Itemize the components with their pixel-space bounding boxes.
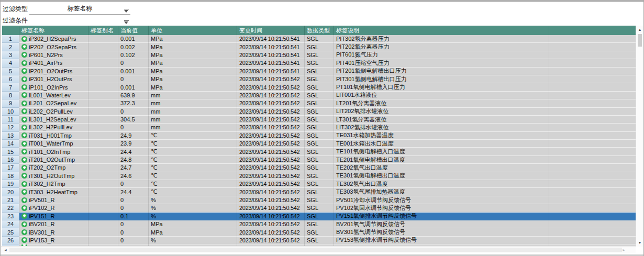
row-number-cell[interactable]: 1 bbox=[2, 35, 19, 43]
unit-cell[interactable]: mm bbox=[149, 116, 237, 124]
data-type-cell[interactable]: SGL bbox=[305, 132, 334, 140]
current-value-cell[interactable]: 24.8 bbox=[118, 156, 149, 164]
table-row[interactable]: 23 iPV151_R 0.1 % 2023/09/14 10:21:50.54… bbox=[2, 213, 637, 220]
data-type-cell[interactable]: SGL bbox=[305, 124, 334, 131]
row-number-cell[interactable]: 16 bbox=[2, 156, 19, 164]
current-value-cell[interactable]: 0.001 bbox=[118, 68, 149, 75]
vertical-scrollbar-thumb[interactable] bbox=[638, 34, 642, 47]
unit-cell[interactable]: MPa bbox=[149, 220, 237, 228]
change-time-cell[interactable]: 2023/09/14 10:21:50.541 bbox=[237, 35, 305, 43]
tag-description-cell[interactable]: TE302氢气出口温度 bbox=[334, 180, 549, 188]
current-value-cell[interactable]: 0 bbox=[118, 204, 149, 212]
current-value-cell[interactable]: 24.4 bbox=[118, 148, 149, 155]
tag-alias-cell[interactable] bbox=[88, 108, 118, 116]
data-type-cell[interactable]: SGL bbox=[305, 172, 334, 180]
tag-name-cell[interactable]: iT101_O2InTmp bbox=[19, 148, 88, 155]
unit-cell[interactable]: ℃ bbox=[149, 172, 237, 180]
current-value-cell[interactable]: 24.4 bbox=[118, 188, 149, 196]
unit-cell[interactable]: ℃ bbox=[149, 164, 237, 172]
data-type-cell[interactable]: SGL bbox=[305, 204, 334, 212]
tag-description-cell[interactable]: LIT001水箱液位 bbox=[334, 92, 549, 99]
change-time-cell[interactable]: 2023/09/14 10:21:50.542 bbox=[237, 220, 305, 228]
table-row[interactable]: 4 iP401_AirPrs 0 MPa 2023/09/14 10:21:50… bbox=[2, 59, 637, 67]
unit-cell[interactable]: mm bbox=[149, 92, 237, 99]
current-value-cell[interactable]: 0 bbox=[118, 237, 149, 244]
current-value-cell[interactable]: 0.102 bbox=[118, 51, 149, 59]
table-row[interactable]: 5 iP201_O2OutPrs 0.001 MPa 2023/09/14 10… bbox=[2, 68, 637, 75]
data-type-cell[interactable]: SGL bbox=[305, 35, 334, 43]
unit-cell[interactable]: MPa bbox=[149, 59, 237, 67]
tag-description-cell[interactable]: PIT302氢分离器压力 bbox=[334, 35, 549, 43]
change-time-cell[interactable]: 2023/09/14 10:21:50.542 bbox=[237, 213, 305, 220]
unit-cell[interactable]: ℃ bbox=[149, 148, 237, 155]
change-time-cell[interactable]: 2023/09/14 10:21:50.541 bbox=[237, 51, 305, 59]
unit-cell[interactable]: MPa bbox=[149, 75, 237, 83]
chevron-down-icon[interactable] bbox=[124, 9, 129, 13]
tag-description-cell[interactable]: PV501冷却水调节阀反馈信号 bbox=[334, 196, 549, 204]
header-tag-name[interactable]: 标签名称 bbox=[19, 26, 88, 35]
table-row[interactable]: 9 iL201_O2SepaLev 372.3 mm 2023/09/14 10… bbox=[2, 99, 637, 107]
current-value-cell[interactable]: 0 bbox=[118, 108, 149, 116]
tag-description-cell[interactable]: PV153氢侧排水调节阀反馈信号 bbox=[334, 237, 549, 244]
tag-description-cell[interactable]: TE201氧侧电解槽出口温度 bbox=[334, 156, 549, 164]
tag-alias-cell[interactable] bbox=[88, 180, 118, 188]
tag-description-cell[interactable]: TE031水箱加热器温度 bbox=[334, 132, 549, 140]
tag-alias-cell[interactable] bbox=[88, 196, 118, 204]
change-time-cell[interactable]: 2023/09/14 10:21:50.542 bbox=[237, 132, 305, 140]
row-number-cell[interactable]: 12 bbox=[2, 124, 19, 131]
tag-name-cell[interactable]: iL001_WaterLev bbox=[19, 92, 88, 99]
header-change-time[interactable]: 变更时间 bbox=[237, 26, 305, 35]
change-time-cell[interactable]: 2023/09/14 10:21:50.542 bbox=[237, 228, 305, 236]
unit-cell[interactable]: % bbox=[149, 213, 237, 220]
data-type-cell[interactable]: SGL bbox=[305, 68, 334, 75]
row-number-cell[interactable]: 25 bbox=[2, 228, 19, 236]
tag-name-cell[interactable]: iL201_O2SepaLev bbox=[19, 99, 88, 107]
current-value-cell[interactable]: 0 bbox=[118, 180, 149, 188]
data-type-cell[interactable]: SGL bbox=[305, 180, 334, 188]
tag-name-cell[interactable]: iP601_N2Prs bbox=[19, 51, 88, 59]
header-tag-description[interactable]: 标签说明 bbox=[334, 26, 549, 35]
row-number-cell[interactable]: 17 bbox=[2, 164, 19, 172]
data-type-cell[interactable]: SGL bbox=[305, 196, 334, 204]
tag-description-cell[interactable]: LT301氢分离器液位 bbox=[334, 116, 549, 124]
row-number-cell[interactable]: 15 bbox=[2, 148, 19, 155]
row-number-cell[interactable]: 7 bbox=[2, 83, 19, 91]
tag-name-cell[interactable]: iL202_O2PullLev bbox=[19, 108, 88, 116]
table-row[interactable]: 10 iL202_O2PullLev 0 mm 2023/09/14 10:21… bbox=[2, 108, 637, 116]
vertical-scrollbar[interactable]: ▲ ▼ bbox=[636, 26, 643, 247]
unit-cell[interactable]: MPa bbox=[149, 83, 237, 91]
tag-name-cell[interactable]: iP202_O2SepaPrs bbox=[19, 43, 88, 51]
tag-description-cell[interactable]: PT101氧侧电解槽入口压力 bbox=[334, 83, 549, 91]
tag-description-cell[interactable]: LIT302氢排水罐液位 bbox=[334, 124, 549, 131]
current-value-cell[interactable]: 24.7 bbox=[118, 164, 149, 172]
tag-alias-cell[interactable] bbox=[88, 92, 118, 99]
row-number-cell[interactable]: 6 bbox=[2, 75, 19, 83]
unit-cell[interactable]: mm bbox=[149, 108, 237, 116]
tag-description-cell[interactable]: PIT301氢侧电解槽出口压力 bbox=[334, 75, 549, 83]
data-type-cell[interactable]: SGL bbox=[305, 83, 334, 91]
row-number-cell[interactable]: 9 bbox=[2, 99, 19, 107]
tag-name-cell[interactable]: iBV201_R bbox=[19, 220, 88, 228]
data-type-cell[interactable]: SGL bbox=[305, 43, 334, 51]
tag-name-cell[interactable]: iPV151_R bbox=[19, 213, 88, 220]
data-type-cell[interactable]: SGL bbox=[305, 156, 334, 164]
tag-alias-cell[interactable] bbox=[88, 220, 118, 228]
tag-name-cell[interactable]: iP301_H2OutPrs bbox=[19, 75, 88, 83]
tag-description-cell[interactable]: BV201氧气调节阀反馈信号 bbox=[334, 220, 549, 228]
table-row[interactable]: 15 iT101_O2InTmp 24.4 ℃ 2023/09/14 10:21… bbox=[2, 148, 637, 155]
unit-cell[interactable]: MPa bbox=[149, 228, 237, 236]
tag-name-cell[interactable]: iT201_O2OutTmp bbox=[19, 156, 88, 164]
data-type-cell[interactable]: SGL bbox=[305, 148, 334, 155]
row-number-cell[interactable]: 14 bbox=[2, 140, 19, 148]
unit-cell[interactable]: MPa bbox=[149, 35, 237, 43]
current-value-cell[interactable]: 304.5 bbox=[118, 116, 149, 124]
current-value-cell[interactable]: 0.001 bbox=[118, 35, 149, 43]
tag-alias-cell[interactable] bbox=[88, 148, 118, 155]
chevron-down-icon[interactable] bbox=[124, 20, 129, 24]
header-data-type[interactable]: 数据类型 bbox=[305, 26, 334, 35]
tag-alias-cell[interactable] bbox=[88, 83, 118, 91]
unit-cell[interactable]: MPa bbox=[149, 51, 237, 59]
data-type-cell[interactable]: SGL bbox=[305, 228, 334, 236]
tag-alias-cell[interactable] bbox=[88, 59, 118, 67]
data-type-cell[interactable]: SGL bbox=[305, 237, 334, 244]
